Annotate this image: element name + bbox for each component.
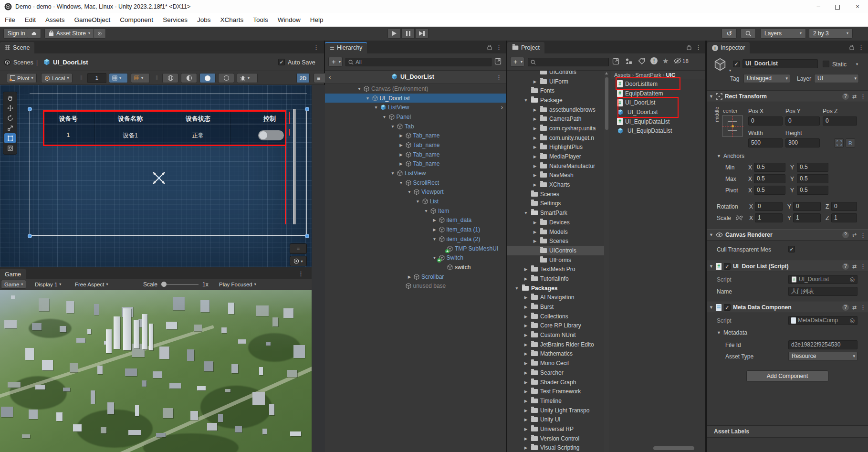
scale-x-field[interactable]: 1 [755,213,783,222]
open-new-window-icon[interactable] [494,58,502,65]
foldout-arrow-icon[interactable]: ▶ [532,220,538,225]
overlays-collapsed-button[interactable]: ≡ [290,243,307,254]
foldout-arrow-icon[interactable]: ▶ [532,79,538,84]
layers-dropdown[interactable]: Layers▾ [760,28,806,39]
foldout-arrow-icon[interactable]: ▼ [364,96,372,101]
project-folder[interactable]: ▶assetbundlebrows [507,105,609,115]
foldout-arrow-icon[interactable]: ▼ [523,210,529,215]
layout-dropdown[interactable]: 2 by 3▾ [809,28,853,39]
scale-tool-button[interactable] [4,123,16,133]
foldout-arrow-icon[interactable]: ▶ [523,389,529,394]
search-by-type-icon[interactable] [625,58,632,64]
play-focused-dropdown[interactable]: Play Focused▾ [216,280,260,289]
foldout-arrow-icon[interactable]: ▶ [532,116,538,121]
help-icon[interactable]: ? [842,304,849,311]
project-folder[interactable]: ▶UIForm [507,77,609,86]
foldout-arrow-icon[interactable]: ▼ [414,199,422,204]
foldout-arrow-icon[interactable]: ▼ [514,286,520,291]
project-search-input[interactable] [528,58,609,66]
horizontal-scrollbar-thumb[interactable] [653,446,694,450]
project-folder[interactable]: ▶Collections [507,312,609,321]
hierarchy-item[interactable]: ▼ListView› [325,103,506,112]
rotate-tool-button[interactable] [4,113,16,123]
snap-grid-button[interactable]: ▾ [109,73,128,83]
rect-handle[interactable] [305,107,309,111]
scale-y-field[interactable]: 1 [793,213,821,222]
move-gizmo-icon[interactable] [150,169,167,187]
inspector-panel-options[interactable]: ⋮ [849,43,864,51]
project-folder[interactable]: ▶Burst [507,302,609,312]
shading-wireframe-button[interactable] [162,73,178,83]
menu-help[interactable]: Help [305,13,328,27]
open-prefab-arrow[interactable]: › [501,104,503,111]
foldout-arrow-icon[interactable]: ▶ [523,417,529,422]
foldout-arrow-icon[interactable]: ▶ [532,182,538,187]
script-component-header[interactable]: ▼ # ✓ UI_Door List (Script) ?⇄⋮ [707,261,868,272]
project-folder[interactable]: ▶HighlightPlus [507,143,609,152]
help-icon[interactable]: ? [842,231,849,238]
help-icon[interactable]: ? [842,263,849,270]
menu-edit[interactable]: Edit [20,13,41,27]
project-folder[interactable]: ▶Scenes [507,236,609,246]
search-by-label-icon[interactable] [638,58,645,64]
foldout-arrow-icon[interactable]: ▶ [523,361,529,366]
anchor-min-y-field[interactable]: 0.5 [797,163,828,172]
hand-tool-button[interactable] [4,93,16,103]
pos-z-field[interactable]: 0 [823,116,857,126]
pivot-dropdown[interactable]: Pivot▾ [7,73,37,83]
foldout-arrow-icon[interactable]: ▶ [523,333,529,337]
scale-slider-track[interactable] [162,284,199,285]
hierarchy-item[interactable]: ▶Tab_name [325,140,506,150]
rect-handle[interactable] [28,107,32,111]
meta-component-header[interactable]: ▼ ✓ Meta Data Componen ?⇄⋮ [707,302,868,313]
project-folder[interactable]: ▶Core RP Library [507,321,609,331]
project-folder[interactable]: ▶Devices [507,218,609,227]
hierarchy-item[interactable]: ▶Tab_name [325,131,506,140]
step-button[interactable] [415,28,429,39]
project-folder[interactable]: ▶Version Control [507,434,609,443]
project-folder[interactable]: UIControls [507,246,609,255]
menu-jobs[interactable]: Jobs [192,13,216,27]
prefab-back-button[interactable]: ‹ [329,74,331,81]
component-enabled-checkbox[interactable]: ✓ [724,263,731,270]
metadata-foldout[interactable]: ▼Metadata [717,329,747,336]
scale-z-field[interactable]: 1 [831,213,857,222]
width-field[interactable]: 500 [748,138,783,147]
hierarchy-item[interactable]: ▶Scrollbar [325,272,506,282]
component-enabled-checkbox[interactable]: ✓ [724,304,731,311]
menu-gameobject[interactable]: GameObject [70,13,115,27]
object-picker-icon[interactable]: ◎ [850,275,855,284]
project-folder[interactable]: ▶Mono Cecil [507,358,609,368]
anchor-max-y-field[interactable]: 0.5 [797,174,828,183]
project-folder[interactable]: ▼SmartPark [507,208,609,218]
anchor-min-x-field[interactable]: 0.5 [754,163,785,172]
breadcrumb-scenes[interactable]: Scenes [13,59,33,66]
rect-transform-header[interactable]: ▼ Rect Transform ?⇄⋮ [707,91,868,102]
close-button[interactable]: × [848,0,867,13]
menu-component[interactable]: Component [115,13,158,27]
pivot-y-field[interactable]: 0.5 [797,186,828,195]
hidden-count-badge[interactable]: 18 [674,58,689,64]
project-folder[interactable]: ▶Custom NUnit [507,330,609,340]
project-folder[interactable]: ▶Test Framework [507,387,609,396]
foldout-arrow-icon[interactable]: ▶ [523,267,529,272]
favorites-star-icon[interactable]: ★ [662,57,669,65]
hierarchy-panel-options[interactable]: ⋮ [487,43,502,51]
foldout-arrow-icon[interactable]: ▶ [431,227,439,232]
rect-handle[interactable] [305,234,309,238]
scene-viewport[interactable]: 设备号 设备名称 设备状态 控制 1 设备1 正常 [0,85,312,267]
foldout-arrow-icon[interactable]: ▶ [523,305,529,309]
menu-window[interactable]: Window [273,13,305,27]
foldout-arrow-icon[interactable]: ▼ [389,124,397,129]
grid-size-field[interactable]: 1 [87,73,106,83]
project-panel-options[interactable]: ⋮ [687,43,701,51]
hierarchy-item[interactable]: ▼Viewport [325,188,506,197]
sign-in-button[interactable]: Sign in [3,28,30,39]
project-folder[interactable]: ▶JetBrains Rider Edito [507,340,609,349]
minimize-button[interactable]: – [809,0,828,13]
file-id-field[interactable]: d2e19822f9254530 [788,340,858,349]
component-menu-icon[interactable]: ⋮ [860,93,866,100]
menu-xcharts[interactable]: XCharts [215,13,248,27]
foldout-arrow-icon[interactable]: ▼ [381,115,388,119]
presets-icon[interactable]: ⇄ [852,232,857,238]
